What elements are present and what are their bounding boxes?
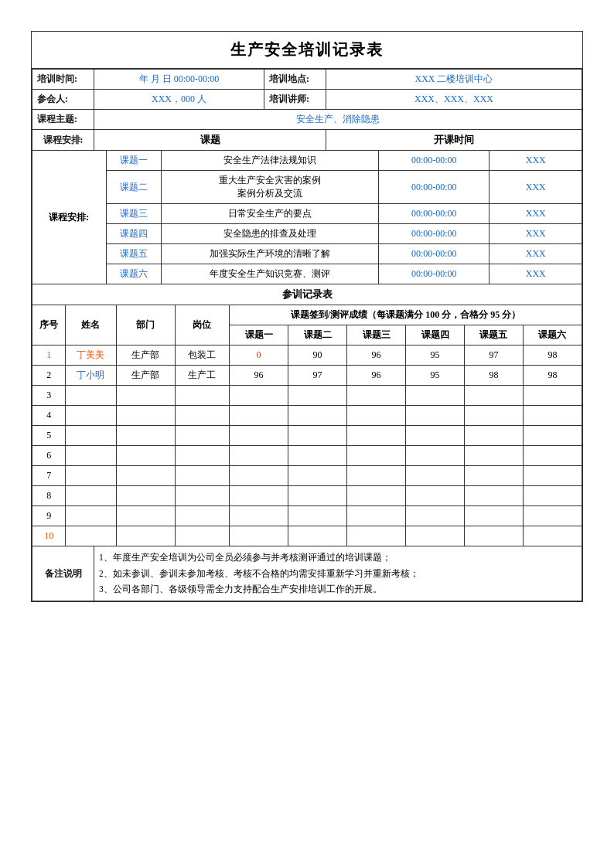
course-instructor: XXX <box>489 244 582 264</box>
c5-cell <box>465 446 524 466</box>
header-row-1: 培训时间: 年 月 日 00:00-00:00 培训地点: XXX 二楼培训中心 <box>32 70 582 90</box>
c2-cell <box>288 406 347 426</box>
c4-cell <box>406 486 465 506</box>
position-cell <box>175 526 230 546</box>
course-row: 课题六年度安全生产知识竞赛、测评00:00-00:00XXX <box>32 264 582 284</box>
c4-cell <box>406 446 465 466</box>
c1-cell <box>230 486 288 506</box>
c3-cell <box>347 406 406 426</box>
table-row: 9 <box>32 506 582 526</box>
c3-cell <box>347 426 406 446</box>
name-cell <box>66 486 116 506</box>
c5-cell <box>465 526 524 546</box>
c2-cell: 97 <box>288 366 347 386</box>
c3-cell: 96 <box>347 366 406 386</box>
seq-cell: 4 <box>32 406 66 426</box>
remark-item: 1、年度生产安全培训为公司全员必须参与并考核测评通过的培训课题； <box>99 550 577 566</box>
seq-cell: 5 <box>32 426 66 446</box>
course-instructor: XXX <box>489 151 582 171</box>
c4-cell <box>406 426 465 446</box>
position-cell <box>175 406 230 426</box>
c2-cell <box>288 526 347 546</box>
c5-cell: 97 <box>465 345 524 366</box>
dept-cell <box>116 426 175 446</box>
course-time: 00:00-00:00 <box>379 151 489 171</box>
course-id: 课题三 <box>106 204 162 224</box>
c3-header: 课题三 <box>347 325 406 345</box>
train-location-label: 培训地点: <box>264 70 326 90</box>
course-name: 重大生产安全灾害的案例 案例分析及交流 <box>162 171 379 204</box>
c4-cell <box>406 386 465 406</box>
c5-cell <box>465 406 524 426</box>
position-cell <box>175 386 230 406</box>
c6-cell <box>523 426 582 446</box>
c6-cell: 98 <box>523 366 582 386</box>
c5-cell <box>465 506 524 526</box>
header-row-3: 课程主题: 安全生产、消除隐患 <box>32 110 582 130</box>
course-instructor: XXX <box>489 204 582 224</box>
course-time: 00:00-00:00 <box>379 224 489 244</box>
attendance-section-title: 参训记录表 <box>32 284 582 305</box>
course-name: 加强实际生产环境的清晰了解 <box>162 244 379 264</box>
c3-cell <box>347 446 406 466</box>
name-cell <box>66 386 116 406</box>
seq-cell: 6 <box>32 446 66 466</box>
table-row: 10 <box>32 526 582 546</box>
c4-cell <box>406 406 465 426</box>
trainer-value: XXX、XXX、XXX <box>326 90 582 110</box>
course-row: 课题四安全隐患的排查及处理00:00-00:00XXX <box>32 224 582 244</box>
c1-cell <box>230 426 288 446</box>
train-time-value: 年 月 日 00:00-00:00 <box>94 70 264 90</box>
seq-cell: 1 <box>32 345 66 366</box>
c2-cell <box>288 466 347 486</box>
c1-cell <box>230 406 288 426</box>
table-row: 6 <box>32 446 582 466</box>
remarks-row: 备注说明 1、年度生产安全培训为公司全员必须参与并考核测评通过的培训课题；2、如… <box>32 546 582 601</box>
c1-header: 课题一 <box>230 325 288 345</box>
c5-cell <box>465 386 524 406</box>
attendees-label: 参会人: <box>32 90 94 110</box>
course-name: 日常安全生产的要点 <box>162 204 379 224</box>
c5-cell <box>465 466 524 486</box>
course-id: 课题五 <box>106 244 162 264</box>
course-instructor: XXX <box>489 264 582 284</box>
seq-cell: 8 <box>32 486 66 506</box>
c1-cell <box>230 466 288 486</box>
header-row-2: 参会人: XXX，000 人 培训讲师: XXX、XXX、XXX <box>32 90 582 110</box>
course-row: 课题五加强实际生产环境的清晰了解00:00-00:00XXX <box>32 244 582 264</box>
position-cell <box>175 506 230 526</box>
course-instructor: XXX <box>489 171 582 204</box>
remark-item: 3、公司各部门、各级领导需全力支持配合生产安排培训工作的开展。 <box>99 581 577 597</box>
main-table: 培训时间: 年 月 日 00:00-00:00 培训地点: XXX 二楼培训中心… <box>32 69 582 151</box>
table-row: 2丁小明生产部生产工969796959898 <box>32 366 582 386</box>
course-col-header: 课题 <box>94 130 326 151</box>
course-instructor: XXX <box>489 224 582 244</box>
course-row: 课题二重大生产安全灾害的案例 案例分析及交流00:00-00:00XXX <box>32 171 582 204</box>
course-theme-value: 安全生产、消除隐患 <box>94 110 582 130</box>
dept-cell <box>116 486 175 506</box>
table-row: 4 <box>32 406 582 426</box>
position-cell: 生产工 <box>175 366 230 386</box>
name-cell <box>66 526 116 546</box>
position-cell <box>175 466 230 486</box>
course-id: 课题六 <box>106 264 162 284</box>
course-schedule-table: 课程安排:课题一安全生产法律法规知识00:00-00:00XXX课题二重大生产安… <box>32 150 582 284</box>
c2-cell <box>288 386 347 406</box>
c2-cell: 90 <box>288 345 347 366</box>
course-name: 安全隐患的排查及处理 <box>162 224 379 244</box>
c4-cell <box>406 466 465 486</box>
attendance-section-header-row: 参训记录表 <box>32 284 582 305</box>
c5-cell <box>465 486 524 506</box>
dept-cell <box>116 446 175 466</box>
remark-item: 2、如未参训、参训未参加考核、考核不合格的均需安排重新学习并重新考核； <box>99 566 577 582</box>
c1-cell <box>230 506 288 526</box>
name-cell <box>66 446 116 466</box>
name-header: 姓名 <box>66 305 116 345</box>
dept-cell <box>116 386 175 406</box>
dept-cell <box>116 406 175 426</box>
position-header: 岗位 <box>175 305 230 345</box>
course-time: 00:00-00:00 <box>379 244 489 264</box>
seq-cell: 3 <box>32 386 66 406</box>
c1-cell: 96 <box>230 366 288 386</box>
attendance-table: 参训记录表 <box>32 284 582 305</box>
